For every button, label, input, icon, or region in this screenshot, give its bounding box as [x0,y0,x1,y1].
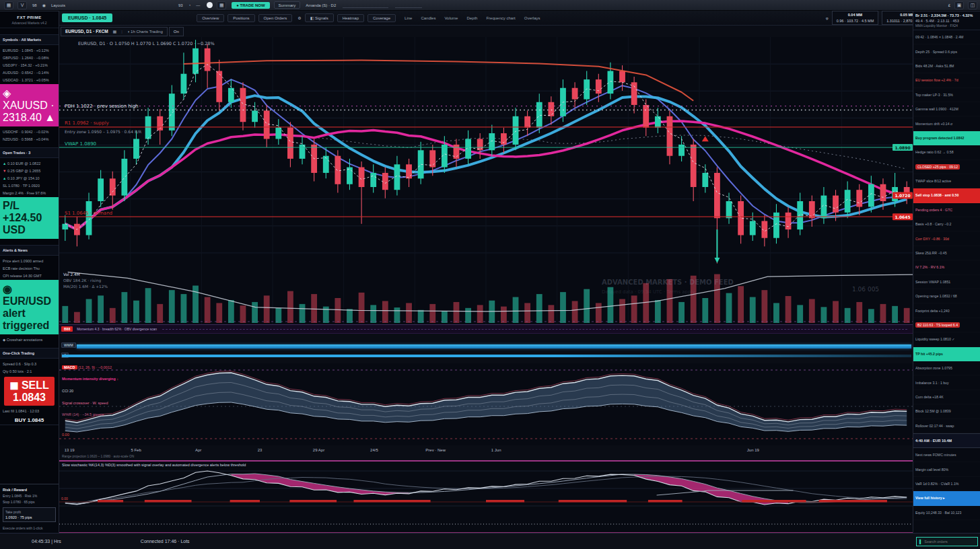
link-icon[interactable]: φ [826,16,829,20]
panel-row[interactable]: Session VWAP 1.0851 [913,275,980,289]
menu-item-line[interactable]: Line [405,16,412,20]
tab-open-orders[interactable]: Open Orders [258,14,293,22]
panel-row[interactable]: Skew 25Δ RR −0.45 [913,246,980,260]
take-profit-input[interactable]: Take profit 1.0920 · 75 pips [3,507,56,522]
tab-heatmap[interactable]: Heatmap [337,14,364,22]
tab-coverage[interactable]: Coverage [368,14,396,22]
sidebar-item[interactable]: ▲ 0.10 JPY @ 154.10 [0,173,59,180]
panel-row[interactable]: Footprint delta +1,240 [913,303,980,318]
chart-mode-icon[interactable]: ◫ [968,1,977,9]
sidebar-item[interactable]: ▲ 0.10 EUR @ 1.0822 [0,158,59,166]
sidebar-item[interactable]: USDCHF · 0.9042 · −0.02% [0,126,59,134]
layouts-menu[interactable]: Layouts [51,3,65,7]
sidebar-item[interactable]: Last fill 1.0841 · 12:03 [0,406,59,413]
sidebar-section-header[interactable]: One-Click Trading [0,348,59,359]
tab-positions[interactable]: Positions [228,14,254,22]
tab-signals[interactable]: ◧ Signals [305,13,334,22]
sidebar-highlight-row[interactable]: ◈ XAUUSD · 2318.40 ▲ [0,84,59,126]
sidebar-item[interactable]: CPI release 14:30 GMT [0,270,59,278]
grid-layout-icon[interactable]: ▦ [113,29,117,34]
sidebar-section-header[interactable]: Open Trades · 3 [0,147,59,158]
sidebar-item[interactable]: EURUSD · 1.0845 · +0.12% [0,45,59,52]
sidebar-item[interactable]: ◆ Crosshair annotations [0,334,59,342]
sidebar-item[interactable]: Price alert 1.0900 armed [0,256,59,263]
panel-row[interactable]: TP hit +45.2 pips [913,347,980,361]
menu-item-overlays[interactable]: Overlays [524,16,540,20]
panel-row[interactable]: Hedge ratio 0.62 → 0.58 [913,145,980,159]
indicator-chip[interactable]: B88 [61,326,73,332]
panel-row[interactable]: EU session flow +2.4% · 7d [913,73,980,87]
quick-field-2[interactable] [395,3,422,8]
sidebar-item[interactable]: GBPUSD · 1.2640 · −0.08% [0,52,59,60]
panel-row[interactable]: IV 7.2% · RV 6.1% [913,260,980,274]
menu-item-volume[interactable]: Volume [444,16,458,20]
panel-row[interactable]: Liquidity sweep 1.0810 ✓ [913,332,980,346]
panel-row[interactable]: Margin call level 80% [913,462,980,476]
sidebar-highlight-row[interactable]: P/L +124.50 USD [0,197,59,239]
menu-item-depth[interactable]: Depth [466,16,477,20]
sidebar-item[interactable]: USDCAD · 1.3721 · +0.05% [0,75,59,82]
panel-section-header[interactable]: 4:40 AM · EUR 10.4M [913,433,980,448]
panel-row[interactable]: TWAP slice 8/12 active [913,174,980,188]
panel-row[interactable]: Buy program detected 1.0842 [913,131,980,145]
panel-row[interactable]: Rollover 02:17:44 · swap [913,419,980,433]
panel-row[interactable]: Basis +0.8 · Carry −0.2 [913,217,980,231]
panel-icon[interactable]: ▣ [954,1,964,9]
panel-row[interactable]: B2 110.63 · TS looped 6.4 [913,318,980,332]
sidebar-item[interactable]: Spread 0.6 · Slip 0.3 [0,359,59,366]
currency-icon[interactable]: £ [948,3,950,7]
panel-row[interactable]: 09:42 · 1.0846 × 1.0848 · 2.4M [913,30,980,44]
panel-row[interactable]: Opening range 1.0832 / 68 [913,289,980,303]
search-orders-box[interactable]: ▌ [916,537,978,546]
sidebar-item[interactable]: NZDUSD · 0.5968 · +0.04% [0,134,59,141]
sidebar-section-header[interactable]: Alerts & News [0,245,59,256]
panel-row[interactable]: Top maker LP-3 · 31.5% [913,88,980,102]
menu-item-frequency[interactable]: Frequency chart [486,16,515,20]
sidebar-section-header[interactable]: Symbols · All Markets [0,34,59,45]
compare-charts-label[interactable]: ◑ 1h Charts Trading [127,30,163,34]
on-toggle[interactable]: On [169,27,184,36]
panel-row[interactable]: Absorption zone 1.0795 [913,361,980,375]
candlestick-canvas[interactable]: PDH 1.1022 · prev session highR1 1.0962 … [59,37,913,324]
ribbon-indicator-pane[interactable]: MACD (12, 26, 9) · −0.0012Momentum inten… [59,363,913,445]
apps-grid-icon[interactable]: ▦ [217,1,226,9]
panel-row[interactable]: View full history ▸ [913,491,980,505]
sidebar-item[interactable]: USDJPY · 154.32 · +0.21% [0,60,59,67]
sidebar-highlight-row[interactable]: ◉ EUR/USD alert triggered [0,280,59,334]
sidebar-item[interactable]: ▼ 0.25 GBP @ 1.2655 [0,166,59,173]
trade-now-button[interactable]: ● TRADE NOW [232,2,269,9]
panel-row[interactable]: Block 12.5M @ 1.0839 [913,404,980,418]
band1-label[interactable]: WWM [61,342,76,348]
sidebar-item[interactable]: SL 1.0780 · TP 1.0920 [0,180,59,188]
buy-button[interactable]: BUY 1.0845 [0,413,59,425]
panel-row[interactable]: VaR 1d 0.82% · CVaR 1.1% [913,477,980,491]
active-symbol-pill[interactable]: EURUSD · 1.0845 [62,13,112,22]
band-indicator-pane[interactable]: WWM 4 [59,334,913,363]
tab-overview[interactable]: Overview [197,14,224,22]
menu-grid-icon[interactable]: ▦ [4,1,13,9]
panel-row[interactable]: Depth 25 · Spread 0.6 pips [913,44,980,59]
time-axis[interactable]: 13 195 FebApr2329 Apr24/5Prev · New1 Jun… [59,445,913,462]
sidebar-item[interactable]: Margin 2.4% · Free 97.6% [0,188,59,195]
panel-row[interactable]: Bids 48.2M · Asks 51.8M [913,59,980,73]
symbol-info-bar[interactable]: EURUSD, D1 · FXCM ▦ | ◑ 1h Charts Tradin… [61,27,168,36]
sidebar-item[interactable]: ECB rate decision Thu [0,263,59,270]
minimize-icon[interactable]: — [196,3,200,7]
sidebar-item[interactable]: AUDUSD · 0.6542 · −0.14% [0,67,59,75]
price-chart[interactable]: PDH 1.1022 · prev session highR1 1.0962 … [59,37,913,324]
summary-tab[interactable]: Summary [274,1,301,9]
sidebar-highlight-row[interactable]: ◼ SELL 1.0843 [4,377,55,406]
menu-item-candles[interactable]: Candles [421,16,435,20]
search-orders-input[interactable] [924,540,975,544]
panel-row[interactable]: Momentum drift +0.14 σ [913,116,980,131]
clock-icon[interactable]: ◔ [188,3,191,7]
panel-row[interactable]: CLOSED +25 pips · 09:12 [913,160,980,174]
panel-row[interactable]: Corr DXY −0.86 · 30d [913,231,980,246]
quick-field-1[interactable] [343,3,388,8]
panel-row[interactable]: Next news FOMC minutes [913,448,980,462]
panel-row[interactable]: Sell stop 1.0838 · amt 0.50 [913,188,980,203]
oscillator-canvas[interactable] [59,462,913,533]
sidebar-item[interactable]: Qty 0.50 lots · 2:1 [0,366,59,373]
user-avatar[interactable] [207,2,213,8]
ribbon-canvas[interactable] [59,363,913,445]
